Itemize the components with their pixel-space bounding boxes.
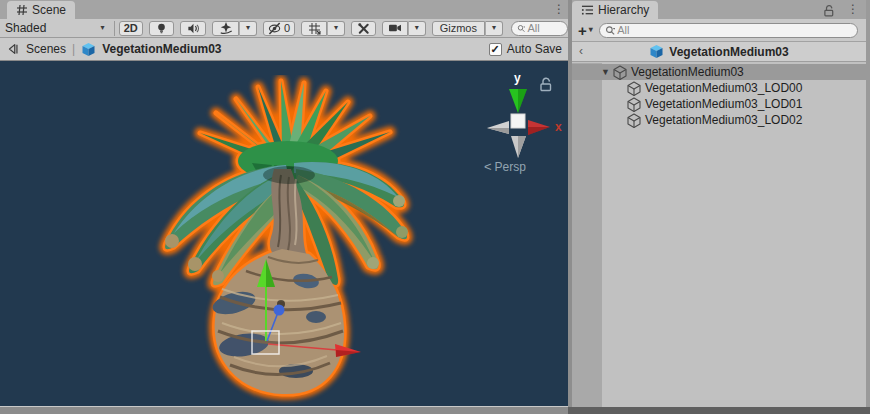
window-bottom-edge <box>0 407 568 414</box>
persp-chevron-icon: < <box>484 159 492 174</box>
hierarchy-tabstrip: Hierarchy ⋮ <box>572 0 866 19</box>
view-lock-icon[interactable] <box>538 75 554 92</box>
tab-scene[interactable]: Scene <box>7 1 75 19</box>
grid-dropdown[interactable]: ▾ <box>327 21 345 36</box>
scene-breadcrumb-bar: Scenes | VegetationMedium03 ✓ Auto Save <box>0 38 568 61</box>
shading-mode-label: Shaded <box>5 21 46 35</box>
chevron-down-icon: ▾ <box>415 24 419 32</box>
scene-menu-button[interactable]: ⋮ <box>552 1 566 18</box>
light-bulb-icon <box>155 22 168 35</box>
tab-hierarchy-label: Hierarchy <box>598 3 649 17</box>
projection-toggle[interactable]: < Persp <box>484 159 526 174</box>
tree-row-root[interactable]: ▼ VegetationMedium03 <box>572 64 866 80</box>
axis-x-label: x <box>555 120 562 134</box>
speaker-icon <box>186 22 200 35</box>
tab-hierarchy[interactable]: Hierarchy <box>572 1 658 19</box>
camera-dropdown[interactable]: ▾ <box>408 21 426 36</box>
prefab-back-button[interactable]: ‹ <box>579 44 583 58</box>
search-icon <box>605 25 615 36</box>
gizmos-label: Gizmos <box>440 22 477 34</box>
scene-toolbar: Shaded ▾ 2D <box>0 19 568 38</box>
2d-toggle-button[interactable]: 2D <box>119 21 144 36</box>
toolbar-separator <box>114 21 115 36</box>
scene-search-input[interactable] <box>527 22 562 34</box>
add-object-button[interactable]: + ▾ <box>576 22 595 39</box>
scene-panel: Scene ⋮ Shaded ▾ 2D <box>0 0 568 407</box>
hierarchy-panel: Hierarchy ⋮ + ▾ ‹ VegetationMedium <box>572 0 866 407</box>
move-gizmo-plane-handle[interactable] <box>252 331 279 354</box>
hierarchy-search-input[interactable] <box>617 24 852 36</box>
component-tools-button[interactable] <box>351 21 376 36</box>
gizmos-dropdown[interactable]: ▾ <box>485 21 503 36</box>
tree-row-lod00[interactable]: VegetationMedium03_LOD00 <box>572 80 866 96</box>
tree-row-label[interactable]: VegetationMedium03 <box>631 65 744 79</box>
effects-toggle-button[interactable] <box>212 21 239 36</box>
model-cube-icon <box>627 81 641 96</box>
hierarchy-search-field[interactable] <box>599 23 858 38</box>
breadcrumb-scenes[interactable]: Scenes <box>26 42 66 56</box>
auto-save-checkbox[interactable]: ✓ <box>489 43 502 56</box>
tree-row-lod01[interactable]: VegetationMedium03_LOD01 <box>572 96 866 112</box>
breadcrumb-current[interactable]: VegetationMedium03 <box>102 42 221 56</box>
prefab-cube-icon <box>649 44 664 59</box>
tools-icon <box>357 22 370 35</box>
chevron-down-icon: ▾ <box>246 24 250 32</box>
chevron-down-icon: ▾ <box>589 26 593 34</box>
search-icon <box>517 23 525 34</box>
scene-search-field[interactable] <box>511 21 568 36</box>
hierarchy-toolbar: + ▾ <box>572 19 866 41</box>
axis-y-label: y <box>514 71 521 85</box>
foldout-arrow-icon[interactable]: ▼ <box>601 67 610 77</box>
auto-save-label: Auto Save <box>507 42 562 56</box>
auto-save-toggle[interactable]: ✓ Auto Save <box>489 42 562 56</box>
hierarchy-tree: ▼ VegetationMedium03 VegetationMedium03_… <box>572 63 866 407</box>
chevron-down-icon: ▾ <box>101 24 105 32</box>
prefab-header[interactable]: ‹ VegetationMedium03 <box>572 41 866 62</box>
model-cube-icon <box>627 113 641 128</box>
prefab-cube-icon <box>81 42 96 57</box>
camera-settings-button[interactable] <box>382 21 408 36</box>
gizmos-button[interactable]: Gizmos <box>432 21 485 36</box>
scene-viewport[interactable]: y x < Persp <box>0 61 568 406</box>
projection-label: Persp <box>495 160 526 174</box>
breadcrumb-separator: | <box>72 42 75 56</box>
hierarchy-menu-button[interactable]: ⋮ <box>846 1 860 18</box>
lighting-toggle-button[interactable] <box>149 21 174 36</box>
audio-toggle-button[interactable] <box>180 21 206 36</box>
tree-row-label[interactable]: VegetationMedium03_LOD02 <box>645 113 802 127</box>
back-arrow-icon[interactable] <box>6 42 20 56</box>
prefab-root-label: VegetationMedium03 <box>669 45 788 59</box>
gizmo-center-cube[interactable] <box>511 114 525 128</box>
window-bottom-edge <box>568 407 870 414</box>
effects-dropdown[interactable]: ▾ <box>239 21 257 36</box>
grid-icon <box>16 4 28 16</box>
effects-star-icon <box>219 21 233 35</box>
tree-row-label[interactable]: VegetationMedium03_LOD00 <box>645 81 802 95</box>
model-cube-icon <box>627 97 641 112</box>
tree-row-label[interactable]: VegetationMedium03_LOD01 <box>645 97 802 111</box>
chevron-down-icon: ▾ <box>334 24 338 32</box>
scene-tabstrip: Scene ⋮ <box>0 0 568 19</box>
lock-icon[interactable] <box>822 3 836 17</box>
move-gizmo-z-handle[interactable] <box>274 305 285 316</box>
tree-row-lod02[interactable]: VegetationMedium03_LOD02 <box>572 112 866 128</box>
shading-mode-dropdown[interactable]: Shaded ▾ <box>0 21 110 35</box>
tab-scene-label: Scene <box>32 3 66 17</box>
hidden-objects-toggle[interactable]: 0 <box>263 21 295 36</box>
window-right-edge <box>866 0 870 414</box>
grid-visibility-button[interactable] <box>301 21 327 36</box>
hierarchy-list-icon <box>581 4 594 16</box>
selected-model-palm-tree[interactable] <box>148 75 438 405</box>
plus-icon: + <box>578 22 587 39</box>
hidden-objects-count: 0 <box>284 22 290 34</box>
chevron-down-icon: ▾ <box>492 24 496 32</box>
grid-toggle-icon <box>308 22 321 35</box>
camera-icon <box>388 22 402 34</box>
eye-off-icon <box>268 22 282 35</box>
model-cube-icon <box>613 65 627 80</box>
